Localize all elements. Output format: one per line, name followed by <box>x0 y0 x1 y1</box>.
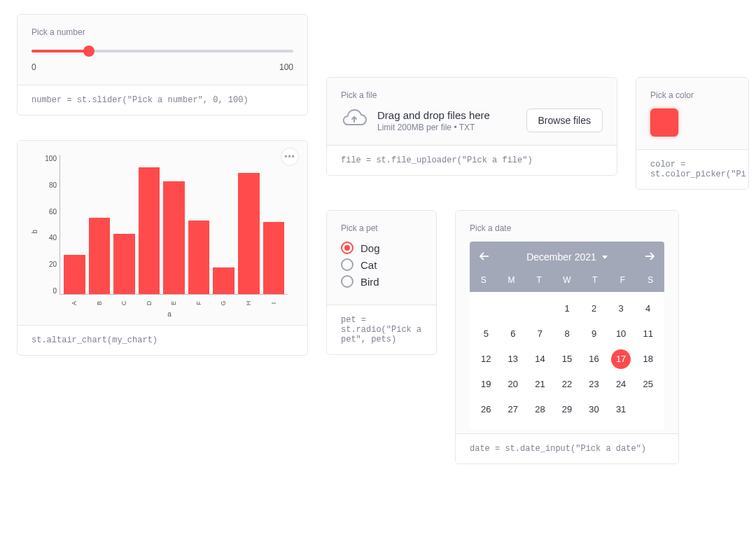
calendar-day[interactable]: 16 <box>580 349 608 369</box>
chevron-down-icon[interactable] <box>602 256 608 259</box>
calendar-day[interactable]: 27 <box>500 400 527 419</box>
chart-bar <box>263 222 285 294</box>
calendar-dow: T <box>581 275 609 285</box>
calendar-day[interactable]: 3 <box>608 299 635 319</box>
chart-bar <box>113 234 135 294</box>
radio-icon <box>341 242 354 254</box>
color-label: Pick a color <box>650 90 734 100</box>
calendar-day[interactable]: 24 <box>608 375 635 394</box>
slider-fill <box>31 50 89 53</box>
radio-group: DogCatBird <box>341 242 422 288</box>
calendar-dow: W <box>553 275 581 285</box>
chart-y-axis: 100806040200 <box>37 155 57 309</box>
chart-y-tick: 0 <box>37 287 57 295</box>
chart-x-tick: H <box>245 293 252 314</box>
radio-option[interactable]: Dog <box>341 242 422 254</box>
calendar-dow: F <box>609 275 637 285</box>
calendar-day[interactable]: 4 <box>634 299 662 319</box>
calendar-day[interactable]: 11 <box>634 324 662 344</box>
chart-x-tick: E <box>171 293 178 314</box>
chart-y-tick: 80 <box>37 181 57 189</box>
calendar-day[interactable]: 6 <box>500 324 527 344</box>
calendar-day[interactable]: 28 <box>526 400 554 419</box>
calendar-day[interactable]: 19 <box>472 375 500 394</box>
chart-x-tick: C <box>120 293 127 314</box>
calendar-dow: M <box>498 275 526 285</box>
calendar-prev-button[interactable] <box>477 250 492 264</box>
calendar-next-button[interactable] <box>642 250 657 264</box>
calendar-day[interactable]: 2 <box>580 299 608 319</box>
file-drop-text: Drag and drop files here <box>377 109 490 121</box>
calendar-day[interactable]: 5 <box>472 324 500 344</box>
chart-bar <box>188 221 210 294</box>
bar-chart: b 100806040200 ABCDEFGHI <box>37 155 288 309</box>
calendar-day[interactable]: 12 <box>472 349 500 369</box>
radio-icon <box>341 258 354 271</box>
calendar-month-label[interactable]: December 2021 <box>526 251 596 263</box>
calendar-day[interactable]: 23 <box>580 375 608 394</box>
calendar-day[interactable]: 29 <box>554 400 581 419</box>
calendar-day[interactable]: 7 <box>526 324 554 344</box>
calendar-day[interactable]: 18 <box>634 349 662 369</box>
chart-y-tick: 100 <box>37 155 57 162</box>
radio-option[interactable]: Bird <box>341 275 422 288</box>
chart-x-axis: ABCDEFGHI <box>60 300 288 307</box>
chart-x-tick: I <box>270 293 277 314</box>
calendar-day[interactable]: 22 <box>554 375 581 394</box>
chart-x-tick: A <box>71 293 78 314</box>
arrow-right-icon <box>645 252 654 260</box>
radio-card: Pick a pet DogCatBird pet = st.radio("Pi… <box>326 210 437 355</box>
calendar-day[interactable]: 31 <box>608 400 635 419</box>
calendar-day[interactable]: 25 <box>634 375 662 394</box>
chart-x-label: a <box>51 310 288 318</box>
date-label: Pick a date <box>470 223 664 233</box>
calendar-day[interactable]: 20 <box>500 375 527 394</box>
chart-card: ••• b 100806040200 ABCDEFGHI a st.altair… <box>17 140 308 356</box>
calendar-day[interactable]: 15 <box>554 349 581 369</box>
calendar-cell-empty <box>526 299 554 319</box>
chart-y-tick: 60 <box>37 208 57 216</box>
calendar-day[interactable]: 14 <box>526 349 554 369</box>
calendar-dow: T <box>525 275 553 285</box>
arrow-left-icon <box>479 252 489 260</box>
date-picker-card: Pick a date December 2021 SMTWTFS 123456… <box>455 210 679 464</box>
calendar-cell-empty <box>500 299 527 319</box>
calendar-day[interactable]: 10 <box>608 324 635 344</box>
color-swatch[interactable] <box>650 109 678 137</box>
calendar-day[interactable]: 17 <box>608 349 635 369</box>
chart-plot-area: ABCDEFGHI <box>59 155 288 295</box>
calendar-day[interactable]: 30 <box>580 400 608 419</box>
chart-bar <box>64 255 85 294</box>
chart-bar <box>89 218 111 294</box>
pet-code: pet = st.radio("Pick a pet", pets) <box>327 305 436 354</box>
chart-bar <box>238 173 260 294</box>
calendar-day[interactable]: 9 <box>580 324 608 344</box>
chart-y-label: b <box>31 230 38 234</box>
browse-files-button[interactable]: Browse files <box>526 109 603 132</box>
chart-x-tick: G <box>220 293 227 314</box>
chart-bar <box>163 181 185 294</box>
radio-option-label: Cat <box>360 259 377 271</box>
calendar-day[interactable]: 13 <box>500 349 527 369</box>
chart-x-tick: F <box>195 293 202 314</box>
slider-card: Pick a number 0 100 number = st.slider("… <box>17 14 308 116</box>
color-code: color = st.color_picker("Pi <box>636 149 748 189</box>
calendar-day[interactable]: 8 <box>554 324 581 344</box>
file-drop-zone[interactable]: Drag and drop files here Limit 200MB per… <box>341 109 603 132</box>
slider-label: Pick a number <box>31 27 293 37</box>
calendar-day[interactable]: 1 <box>554 299 581 319</box>
file-limit-text: Limit 200MB per file • TXT <box>377 123 490 132</box>
radio-icon <box>341 275 354 288</box>
file-label: Pick a file <box>341 90 603 100</box>
calendar-day[interactable]: 26 <box>472 400 500 419</box>
cloud-upload-icon <box>341 109 368 132</box>
slider[interactable] <box>31 50 293 53</box>
radio-option[interactable]: Cat <box>341 258 422 271</box>
calendar-dow-row: SMTWTFS <box>470 272 664 292</box>
calendar-dow: S <box>636 275 664 285</box>
slider-thumb[interactable] <box>83 46 94 57</box>
chart-x-tick: B <box>96 293 103 314</box>
calendar-day[interactable]: 21 <box>526 375 554 394</box>
slider-code: number = st.slider("Pick a number", 0, 1… <box>18 85 307 115</box>
calendar-cell-empty <box>472 299 500 319</box>
